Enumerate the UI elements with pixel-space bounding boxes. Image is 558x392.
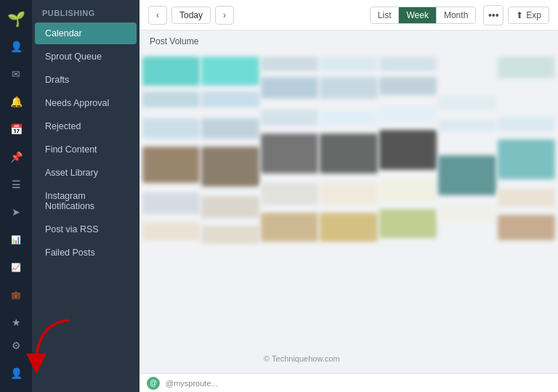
cal-col-7 [498,49,555,370]
cal-block [320,57,377,71]
notification-icon: 🔔 [10,96,23,107]
publishing-icon: 📅 [10,123,23,135]
post-volume-label: Post Volume [140,30,558,49]
bottom-bar: @ @mysproute... [140,373,558,392]
cal-block [438,205,496,223]
pin-icon: 📌 [10,151,23,163]
main-content: ‹ Today › List Week Month ••• ⬆ Exp Post… [140,0,558,392]
cal-col-4 [320,49,377,370]
star-icon: ★ [12,317,21,328]
cal-block [261,134,318,173]
sprout-logo-icon: 🌱 [7,10,25,28]
cal-block [142,91,200,107]
sidebar-item-pin-icon[interactable]: 📌 [4,145,28,168]
sidebar-item-inbox-icon[interactable]: ✉ [4,62,28,86]
cal-block [379,57,437,71]
cal-block [201,118,259,139]
sidebar-item-instagram-notifications[interactable]: Instagram Notifications [35,185,137,217]
cal-col-3 [261,49,318,370]
cal-block [438,95,496,110]
cal-col-1 [142,49,200,370]
sidebar-item-drafts[interactable]: Drafts [35,69,137,91]
cal-block [201,91,259,107]
cal-block [320,77,377,99]
user-icon: 👤 [10,367,23,379]
sidebar-item-settings-icon[interactable]: ⚙ [4,334,28,357]
calendar-grid [140,49,558,373]
nav-prev-button[interactable]: ‹ [148,6,167,25]
sidebar-item-needs-approval[interactable]: Needs Approval [35,92,137,114]
user-avatar: @ [147,377,160,390]
cal-block [261,77,318,99]
cal-block [320,183,377,205]
tools-icon: 💼 [11,290,21,300]
toolbar-export-button[interactable]: ⬆ Exp [508,7,549,24]
cal-block [142,118,200,139]
sidebar-section-title: Publishing [32,0,140,22]
sidebar-item-list-icon[interactable]: ☰ [4,173,28,196]
icon-rail-bottom: ⚙ 👤 [4,334,28,385]
cal-block [201,226,259,244]
nav-next-button[interactable]: › [215,6,234,25]
home-icon: 👤 [10,41,23,52]
cal-block [379,130,437,170]
toolbar: ‹ Today › List Week Month ••• ⬆ Exp [140,0,558,30]
cal-block [438,155,496,195]
bottom-bar-text: @mysproute... [166,379,218,388]
cal-block [142,192,200,214]
cal-block [142,57,200,86]
cal-block [261,183,318,205]
reports-icon: 📈 [11,263,21,272]
cal-block [320,110,377,126]
cal-block [379,77,437,95]
view-month-button[interactable]: Month [437,7,475,23]
sidebar-item-publishing-icon[interactable]: 📅 [4,118,28,141]
sidebar-item-reports-icon[interactable]: 📈 [4,256,28,279]
sidebar-item-send-icon[interactable]: ➤ [4,200,28,224]
cal-block [498,215,555,240]
app-logo[interactable]: 🌱 [4,7,28,30]
cal-block [142,222,200,240]
sidebar-item-post-via-rss[interactable]: Post via RSS [35,219,137,240]
sidebar-item-calendar[interactable]: Calendar [35,23,137,44]
sidebar-item-sprout-queue[interactable]: Sprout Queue [35,46,137,68]
cal-block [498,57,555,78]
cal-block [261,213,318,242]
cal-block [320,134,377,173]
view-toggle-group: List Week Month [370,7,477,24]
sidebar-item-user-icon[interactable]: 👤 [4,362,28,385]
cal-col-6 [438,49,496,370]
list-icon: ☰ [12,179,21,190]
cal-block [498,117,555,131]
view-list-button[interactable]: List [371,7,400,23]
sidebar-item-rejected[interactable]: Rejected [35,115,137,137]
sidebar-item-failed-posts[interactable]: Failed Posts [35,242,137,264]
cal-block [142,147,200,183]
sidebar-item-asset-library[interactable]: Asset Library [35,162,137,184]
sidebar-item-star-icon[interactable]: ★ [4,311,28,334]
sidebar-item-analytics-icon[interactable]: 📊 [4,228,28,251]
cal-block [261,110,318,126]
sidebar-item-notifications-icon[interactable]: 🔔 [4,90,28,113]
icon-rail: 🌱 👤 ✉ 🔔 📅 📌 ☰ ➤ 📊 📈 💼 ★ ⚙ 👤 [0,0,32,392]
sidebar-item-tools-icon[interactable]: 💼 [4,283,28,306]
cal-block [320,213,377,242]
cal-col-2 [201,49,259,370]
sidebar-item-find-content[interactable]: Find Content [35,139,137,160]
cal-block [201,196,259,218]
cal-block [498,139,555,179]
sidebar: Publishing Calendar Sprout Queue Drafts … [32,0,140,392]
cal-block [379,106,437,122]
cal-block [498,189,555,207]
cal-block [379,179,437,201]
cal-block [201,57,259,86]
view-week-button[interactable]: Week [399,7,436,23]
settings-icon: ⚙ [12,340,21,351]
toolbar-more-button[interactable]: ••• [483,5,504,25]
cal-block [438,121,496,131]
analytics-icon: 📊 [11,235,21,245]
nav-today-button[interactable]: Today [171,7,211,24]
sidebar-item-home-icon[interactable]: 👤 [4,35,28,58]
share-icon: ⬆ [516,10,523,20]
send-icon: ➤ [12,206,20,218]
